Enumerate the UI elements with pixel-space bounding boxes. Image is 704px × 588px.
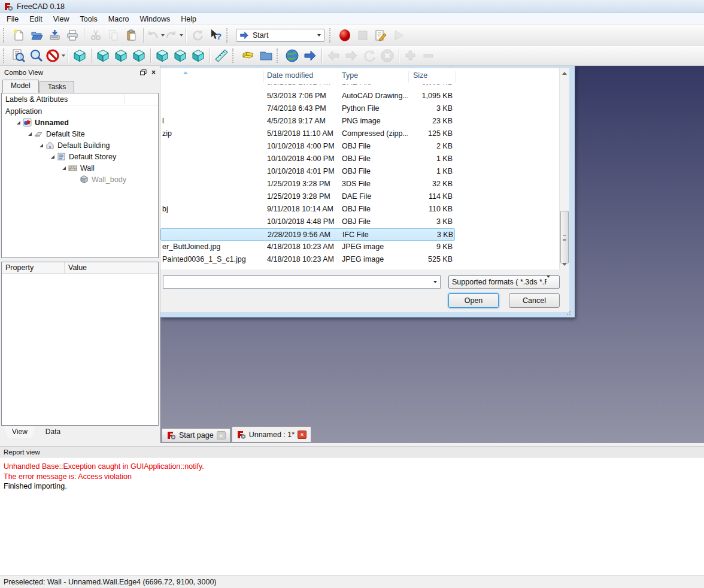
open-button[interactable]: Open (448, 293, 499, 308)
chevron-down-icon[interactable] (430, 281, 440, 283)
web-browser-button[interactable] (283, 47, 301, 64)
part-workbench-button[interactable] (239, 47, 257, 64)
column-size[interactable]: Size (413, 71, 427, 80)
save-document-button[interactable] (45, 27, 63, 44)
file-row[interactable]: 1/25/2019 3:28 PM DAE File 114 KB (160, 190, 455, 203)
close-tab-icon[interactable]: × (217, 431, 226, 440)
file-row[interactable]: 5/3/2018 10:02 PM DAE File 6,005 KB (160, 84, 455, 90)
file-row[interactable]: 7/4/2018 6:43 PM Python File 3 KB (160, 102, 455, 115)
file-row[interactable]: 10/10/2018 4:00 PM OBJ File 1 KB (160, 153, 455, 165)
view-top-button[interactable] (112, 47, 130, 64)
menu-tools[interactable]: Tools (75, 14, 103, 25)
file-row[interactable]: 1/25/2019 3:28 PM 3DS File 32 KB (160, 178, 455, 190)
scroll-up-icon[interactable] (560, 68, 569, 78)
tab-view[interactable]: View (4, 426, 36, 438)
toolbar-grip[interactable] (3, 49, 7, 63)
menu-file[interactable]: File (1, 14, 24, 25)
file-row[interactable]: zip 5/18/2018 11:10 AM Compressed (zipp.… (160, 128, 455, 140)
start-arrow-button[interactable] (301, 47, 319, 64)
toolbar-grip[interactable] (3, 28, 7, 43)
macro-record-button[interactable] (336, 27, 354, 44)
tree-item-application[interactable]: Application (2, 105, 158, 117)
redo-button[interactable] (165, 27, 183, 44)
new-document-button[interactable] (10, 27, 28, 44)
measure-distance-button[interactable] (213, 47, 230, 64)
menu-help[interactable]: Help (175, 14, 202, 25)
file-row[interactable]: Painted0036_1_S_c1.jpg 4/18/2018 10:23 A… (160, 253, 455, 266)
documents-folder-button[interactable] (257, 47, 275, 64)
property-column-header[interactable]: Property (2, 262, 65, 273)
tab-model[interactable]: Model (2, 80, 39, 93)
view-front-button[interactable] (94, 47, 112, 64)
tree-item-default-building[interactable]: Default Building (2, 140, 158, 151)
file-list-scrollbar[interactable] (559, 68, 569, 269)
expanded-arrow-icon[interactable] (17, 121, 20, 125)
cut-button[interactable] (87, 27, 105, 44)
view-axonometric-button[interactable] (71, 47, 89, 64)
file-row[interactable]: er_ButtJoined.jpg 4/18/2018 10:23 AM JPE… (160, 241, 455, 253)
tree-item-default-storey[interactable]: Default Storey (2, 151, 158, 162)
zoom-in-button[interactable] (402, 47, 420, 64)
nav-refresh-button[interactable] (360, 47, 378, 64)
file-row[interactable]: 10/10/2018 4:01 PM OBJ File 1 KB (160, 165, 455, 178)
float-window-icon[interactable] (140, 69, 147, 75)
expanded-arrow-icon[interactable] (40, 144, 43, 147)
expanded-arrow-icon[interactable] (28, 132, 32, 136)
document-tab-start-page[interactable]: Start page × (162, 428, 230, 442)
menu-windows[interactable]: Windows (135, 14, 176, 25)
undo-button[interactable] (146, 27, 165, 44)
nav-forward-button[interactable] (342, 47, 360, 64)
column-date-modified[interactable]: Date modified (267, 71, 313, 80)
expanded-arrow-icon[interactable] (51, 155, 54, 159)
view-left-button[interactable] (189, 47, 207, 64)
print-button[interactable] (63, 27, 81, 44)
menu-edit[interactable]: Edit (24, 14, 48, 25)
macro-play-button[interactable] (390, 27, 408, 44)
tree-header[interactable]: Labels & Attributes (2, 93, 158, 105)
close-icon[interactable]: × (151, 69, 156, 75)
document-tab-unnamed-1-[interactable]: Unnamed : 1* × (232, 426, 311, 442)
view-bottom-button[interactable] (171, 47, 189, 64)
workbench-selector[interactable]: Start (236, 29, 324, 42)
report-view-title[interactable]: Report view (0, 447, 704, 457)
resize-grip[interactable] (566, 310, 572, 316)
file-row[interactable]: 5/3/2018 7:06 PM AutoCAD Drawing... 1,09… (160, 90, 455, 102)
expanded-arrow-icon[interactable] (62, 166, 66, 170)
file-row[interactable]: bj 9/11/2018 10:14 AM OBJ File 110 KB (160, 203, 455, 216)
column-type[interactable]: Type (342, 71, 358, 80)
file-row[interactable]: 10/10/2018 4:00 PM OBJ File 2 KB (160, 140, 455, 153)
tree-item-wall[interactable]: Wall (2, 162, 158, 174)
tree-item-default-site[interactable]: Default Site (2, 128, 158, 140)
fit-all-button[interactable] (10, 47, 28, 64)
chevron-down-icon[interactable] (62, 54, 65, 57)
file-row[interactable]: 10/10/2018 4:48 PM OBJ File 3 KB (160, 216, 455, 228)
scroll-down-icon[interactable] (562, 263, 567, 266)
nav-stop-button[interactable] (378, 47, 396, 64)
toolbar-grip[interactable] (226, 28, 230, 43)
menu-macro[interactable]: Macro (103, 14, 135, 25)
tab-tasks[interactable]: Tasks (40, 81, 75, 93)
macro-stop-button[interactable] (354, 27, 372, 44)
tree-item-unnamed[interactable]: Unnamed (2, 117, 158, 128)
close-tab-icon[interactable]: × (298, 431, 307, 439)
draw-style-button[interactable] (45, 47, 65, 64)
paste-button[interactable] (123, 27, 141, 44)
refresh-button[interactable] (189, 27, 207, 44)
whats-this-button[interactable]: ? (207, 27, 224, 44)
nav-back-button[interactable] (324, 47, 342, 64)
cancel-button[interactable]: Cancel (509, 293, 560, 308)
toolbar-grip[interactable] (277, 49, 281, 63)
scrollbar-thumb[interactable] (560, 211, 569, 263)
zoom-out-button[interactable] (420, 47, 438, 64)
tab-data[interactable]: Data (37, 426, 69, 438)
toolbar-grip[interactable] (329, 28, 333, 43)
zoom-selection-button[interactable] (28, 47, 45, 64)
chevron-down-icon[interactable] (180, 34, 183, 37)
combo-view-titlebar[interactable]: Combo View × (0, 66, 160, 79)
filename-input[interactable] (163, 275, 441, 289)
menu-view[interactable]: View (48, 14, 75, 25)
open-document-button[interactable] (28, 27, 45, 44)
toolbar-grip[interactable] (232, 49, 236, 63)
view-right-button[interactable] (130, 47, 148, 64)
file-type-filter[interactable]: Supported formats ( *.3ds *.FCM (448, 275, 560, 289)
